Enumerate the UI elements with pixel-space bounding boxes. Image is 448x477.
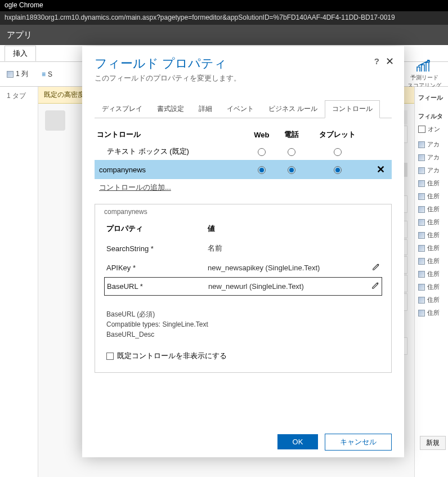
tab-display[interactable]: ディスプレイ — [95, 100, 150, 118]
radio-phone-default[interactable] — [288, 148, 295, 156]
help-icon[interactable]: ? — [374, 56, 379, 66]
chrome-title-bar: ogle Chrome — [0, 0, 448, 11]
col-property: プロパティ — [106, 224, 208, 234]
dialog-tabstrip: ディスプレイ 書式設定 詳細 イベント ビジネス ルール コントロール — [95, 100, 392, 118]
add-control-link[interactable]: コントロールの追加... — [95, 179, 176, 196]
dialog-subtitle: このフィールドのプロパティを変更します。 — [95, 73, 392, 83]
list-item[interactable]: アカ — [417, 138, 446, 151]
radio-web-default[interactable] — [258, 148, 266, 156]
property-row-baseurl[interactable]: BaseURL * new_newurl (SingleLine.Text) — [104, 277, 382, 296]
col-tablet: タブレット — [306, 126, 369, 143]
checkbox-icon[interactable] — [106, 353, 114, 360]
left-column: 1 タブ — [0, 87, 38, 477]
dialog-title: フィールド プロパティ — [95, 55, 392, 72]
radio-phone-custom[interactable] — [288, 166, 295, 174]
close-icon[interactable]: ✕ — [386, 55, 394, 68]
field-explorer: フィール フィルタ オン アカ アカ アカ 住所 住所 住所 住所 住所 住所 … — [414, 87, 448, 477]
tab-event[interactable]: イベント — [219, 100, 261, 118]
property-row-searchstring[interactable]: SearchString * 名前 — [104, 238, 382, 258]
list-item[interactable]: 住所 — [417, 255, 446, 268]
col-web: Web — [247, 126, 277, 143]
list-item[interactable]: 住所 — [417, 216, 446, 229]
field-properties-dialog: フィールド プロパティ このフィールドのプロパティを変更します。 ? ✕ ディス… — [82, 46, 404, 457]
control-row-companynews[interactable]: companynews ✕ — [95, 160, 392, 179]
chart-arrow-icon — [416, 59, 433, 73]
panel-title-field: フィール — [417, 91, 446, 104]
app-header: アプリ — [0, 25, 448, 45]
list-item[interactable]: 住所 — [417, 190, 446, 203]
property-row-apikey[interactable]: APIKey * new_newsapikey (SingleLine.Text… — [104, 258, 382, 277]
tab-detail[interactable]: 詳細 — [191, 100, 219, 118]
list-item[interactable]: 住所 — [417, 203, 446, 216]
property-box-title: companynews — [104, 204, 382, 221]
tool-one-column[interactable]: 1 列 — [7, 69, 28, 79]
list-item[interactable]: アカ — [417, 151, 446, 164]
list-item[interactable]: 住所 — [417, 242, 446, 255]
new-button[interactable]: 新規 — [420, 436, 446, 450]
app-title: アプリ — [7, 30, 32, 41]
pencil-icon[interactable] — [372, 263, 380, 271]
delete-control-icon[interactable]: ✕ — [377, 164, 385, 175]
property-box: companynews プロパティ 値 SearchString * 名前 AP… — [95, 204, 392, 373]
property-description: BaseURL (必須) Compatible types: SingleLin… — [104, 296, 382, 346]
tab-control[interactable]: コントロール — [325, 100, 380, 118]
radio-tablet-default[interactable] — [334, 148, 342, 156]
col-value: 値 — [208, 224, 215, 234]
tab-format[interactable]: 書式設定 — [150, 100, 191, 118]
ribbon-tab-insert[interactable]: 挿入 — [5, 46, 36, 61]
col-control: コントロール — [95, 126, 247, 143]
list-item[interactable]: アカ — [417, 164, 446, 177]
col-phone: 電話 — [277, 126, 306, 143]
list-item[interactable]: 住所 — [417, 268, 446, 280]
cancel-button[interactable]: キャンセル — [325, 434, 392, 451]
pencil-icon[interactable] — [371, 282, 379, 289]
label-filter: フィルタ — [417, 110, 446, 123]
tool-s[interactable]: ≡ S — [42, 70, 52, 78]
list-item[interactable]: 住所 — [417, 293, 446, 306]
list-item[interactable]: 住所 — [417, 280, 446, 293]
tab-1[interactable]: 1 タブ — [0, 87, 38, 105]
list-item[interactable]: 住所 — [417, 306, 446, 319]
ok-button[interactable]: OK — [277, 434, 319, 449]
entity-thumbnail — [45, 110, 65, 131]
radio-tablet-custom[interactable] — [334, 166, 342, 174]
list-item[interactable]: 住所 — [417, 229, 446, 242]
column-icon — [7, 71, 14, 78]
control-table: コントロール Web 電話 タブレット テキスト ボックス (既定) compa… — [95, 126, 392, 179]
url-bar[interactable]: hxplain18930org1.crm10.dynamics.com/main… — [0, 11, 448, 25]
tab-bizrule[interactable]: ビジネス ルール — [261, 100, 325, 118]
list-item[interactable]: 住所 — [417, 177, 446, 190]
predict-lead-scoring[interactable]: 予測リード スコアリング — [407, 59, 441, 90]
radio-web-custom[interactable] — [258, 166, 266, 174]
hide-default-checkbox[interactable]: 既定コントロールを非表示にする — [104, 346, 382, 365]
control-row-default[interactable]: テキスト ボックス (既定) — [95, 143, 392, 160]
filter-on-checkbox[interactable]: オン — [417, 123, 446, 136]
